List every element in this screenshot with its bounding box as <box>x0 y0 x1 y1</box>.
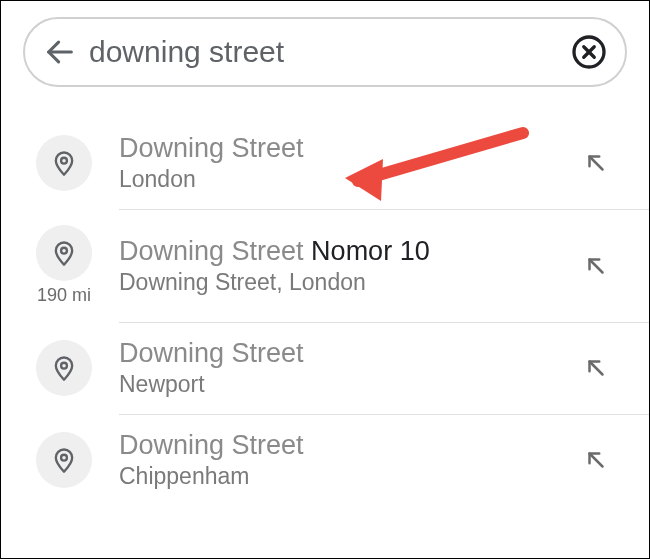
insert-query-icon[interactable] <box>571 355 621 381</box>
result-leading <box>29 135 99 191</box>
svg-point-6 <box>61 248 67 254</box>
result-text: Downing Street Chippenham <box>99 430 571 490</box>
result-title: Downing Street <box>119 430 571 461</box>
insert-query-icon[interactable] <box>571 253 621 279</box>
search-bar <box>23 17 627 87</box>
insert-query-icon[interactable] <box>571 150 621 176</box>
result-text: Downing Street Newport <box>99 338 571 398</box>
pin-icon <box>36 135 92 191</box>
search-result-item[interactable]: Downing Street London <box>1 117 649 209</box>
svg-point-8 <box>61 363 67 369</box>
clear-icon[interactable] <box>569 32 609 72</box>
search-input[interactable] <box>79 35 569 69</box>
result-title: Downing Street <box>119 338 571 369</box>
search-result-item[interactable]: 190 mi Downing Street Nomor 10 Downing S… <box>1 209 649 322</box>
result-leading <box>29 432 99 488</box>
search-result-item[interactable]: Downing Street Newport <box>1 322 649 414</box>
svg-line-5 <box>590 157 603 170</box>
result-subtitle: Newport <box>119 371 571 398</box>
pin-icon <box>36 340 92 396</box>
search-results-list: Downing Street London 190 mi Downing Str <box>1 117 649 506</box>
pin-icon <box>36 225 92 281</box>
result-distance: 190 mi <box>37 285 91 306</box>
svg-point-4 <box>61 158 67 164</box>
result-subtitle: Chippenham <box>119 463 571 490</box>
search-result-item[interactable]: Downing Street Chippenham <box>1 414 649 506</box>
result-subtitle: Downing Street, London <box>119 269 571 296</box>
pin-icon <box>36 432 92 488</box>
insert-query-icon[interactable] <box>571 447 621 473</box>
svg-line-9 <box>590 362 603 375</box>
result-title: Downing Street <box>119 133 571 164</box>
result-title: Downing Street Nomor 10 <box>119 236 571 267</box>
result-text: Downing Street Nomor 10 Downing Street, … <box>99 236 571 296</box>
result-subtitle: London <box>119 166 571 193</box>
result-leading: 190 mi <box>29 225 99 306</box>
result-leading <box>29 340 99 396</box>
result-text: Downing Street London <box>99 133 571 193</box>
svg-line-7 <box>590 259 603 272</box>
back-icon[interactable] <box>41 33 79 71</box>
svg-point-10 <box>61 455 67 461</box>
svg-line-11 <box>590 454 603 467</box>
